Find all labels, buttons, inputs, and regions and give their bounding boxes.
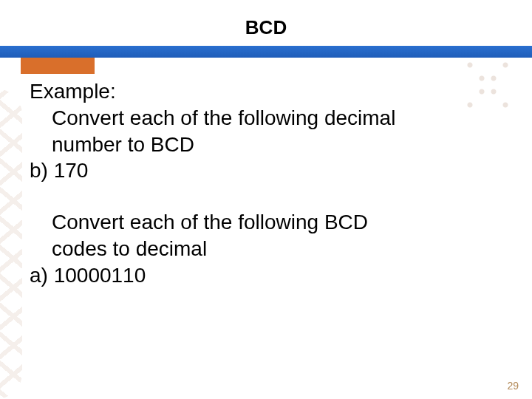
header-blue-bar [0, 46, 532, 58]
page-number: 29 [507, 380, 519, 392]
header-orange-tab [21, 58, 95, 74]
slide-title: BCD [0, 16, 532, 39]
item-a: a) 10000110 [30, 262, 502, 289]
task1-line2: number to BCD [30, 132, 502, 158]
slide-content: Example: Convert each of the following d… [30, 78, 502, 289]
task2-line1: Convert each of the following BCD [30, 209, 502, 236]
decoration-side-helix-icon [0, 89, 22, 399]
example-label: Example: [30, 78, 502, 105]
task1-line1: Convert each of the following decimal [30, 105, 502, 132]
item-b: b) 170 [30, 157, 502, 184]
task2-line2: codes to decimal [30, 236, 502, 262]
